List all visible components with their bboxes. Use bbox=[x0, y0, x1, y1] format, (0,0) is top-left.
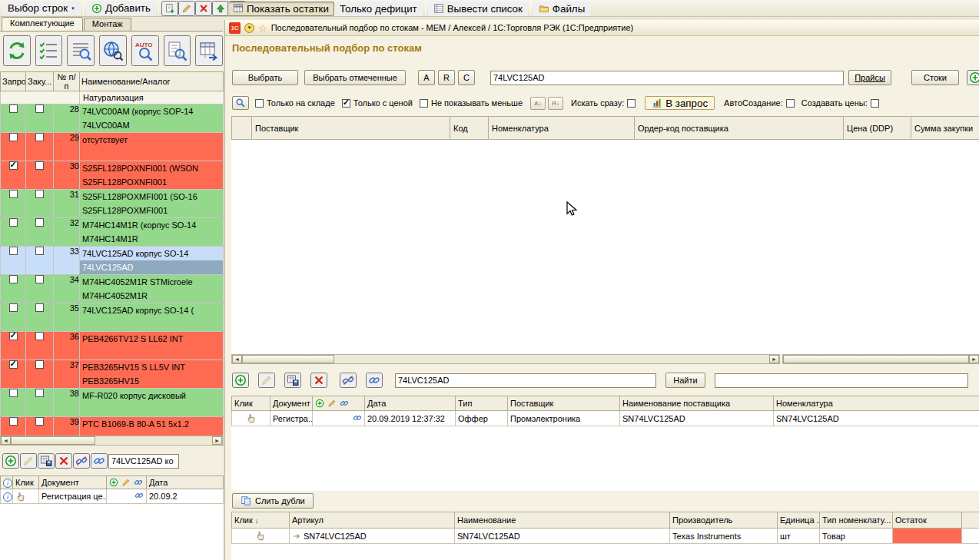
unit-cell[interactable]: шт bbox=[778, 529, 820, 544]
purchase-checkbox[interactable] bbox=[35, 161, 44, 170]
left-docs-grid-area[interactable]: i Клик Документ Дата i Регистрация це...… bbox=[0, 476, 223, 560]
scroll-right-icon[interactable]: ► bbox=[969, 355, 979, 363]
stock-cell[interactable] bbox=[893, 529, 962, 544]
only-deficit-button[interactable]: Только дефицит bbox=[334, 2, 423, 16]
col-type[interactable]: Тип bbox=[456, 396, 508, 411]
click-hand-icon[interactable] bbox=[246, 413, 257, 423]
doc-cell[interactable]: Регистра... bbox=[270, 411, 313, 426]
auto-search-button[interactable] bbox=[131, 35, 159, 66]
request-checkbox[interactable] bbox=[9, 247, 18, 255]
link-button[interactable] bbox=[91, 453, 108, 469]
table-row[interactable]: 31 S25FL128POXMFI001 (SO-16S25FL128POXMF… bbox=[1, 190, 224, 218]
scrollbar-right-pane[interactable]: ► bbox=[782, 354, 979, 364]
chain-icon[interactable] bbox=[353, 413, 362, 422]
nomenclature-grid[interactable]: Клик↓ Артикул Наименование Производитель… bbox=[231, 512, 979, 544]
only-with-price-checkbox[interactable] bbox=[342, 99, 350, 108]
table-row[interactable]: Регистра... 20.09.2019 12:37:32 Оффер Пр… bbox=[232, 411, 979, 426]
name-cell[interactable]: 74LVC125AD корпус SO-1474LVC125AD bbox=[80, 247, 224, 275]
table-row[interactable]: 34 M74HC4052M1R STMicroeleM74HC4052M1R bbox=[1, 275, 224, 303]
delete-doc-button[interactable] bbox=[310, 373, 327, 388]
docs-grid-area[interactable]: Клик Документ Дата Тип Поставщик Наимено… bbox=[231, 396, 979, 491]
col-price-ddp[interactable]: Цена (DDP) bbox=[844, 117, 911, 140]
prices-button[interactable]: Прайсы bbox=[848, 70, 891, 85]
scrollbar-left-pane[interactable]: ◄ ► bbox=[231, 354, 780, 364]
plus-icon[interactable] bbox=[109, 478, 118, 487]
purchase-checkbox[interactable] bbox=[35, 190, 44, 198]
doc-cell[interactable]: Регистрация це... bbox=[39, 489, 107, 504]
filter-a-button[interactable]: A bbox=[418, 70, 435, 85]
table-row[interactable]: SN74LVC125AD SN74LVC125AD Texas Instrume… bbox=[232, 529, 979, 544]
pencil-icon[interactable] bbox=[327, 399, 337, 408]
save-table-button[interactable] bbox=[38, 453, 55, 469]
date-cell[interactable]: 20.09.2 bbox=[147, 489, 224, 504]
tab-montage[interactable]: Монтаж bbox=[84, 18, 131, 31]
purchase-checkbox[interactable] bbox=[35, 104, 44, 113]
filter-c-button[interactable]: C bbox=[458, 70, 475, 85]
col-type[interactable]: Тип номенклату... bbox=[820, 512, 893, 529]
click-hand-icon[interactable] bbox=[255, 530, 266, 541]
col-name[interactable]: Наименование bbox=[455, 512, 670, 529]
delete-button[interactable] bbox=[195, 1, 212, 16]
docs-grid[interactable]: Клик Документ Дата Тип Поставщик Наимено… bbox=[231, 396, 979, 426]
create-prices-checkbox[interactable] bbox=[871, 99, 879, 108]
table-row[interactable]: 35 74LVC125AD корпус SO-14 ( bbox=[1, 303, 224, 332]
purchase-checkbox[interactable] bbox=[35, 133, 44, 141]
files-button[interactable]: Файлы bbox=[533, 2, 590, 16]
col-purchase-sum[interactable]: Сумма закупки bbox=[911, 117, 979, 140]
edit-doc-button[interactable] bbox=[258, 373, 275, 388]
table-row[interactable]: 38 MF-R020 корпус дисковый bbox=[1, 389, 224, 417]
sort-asc-button[interactable]: А↓ bbox=[530, 97, 546, 110]
table-row[interactable]: 29 отсутствует bbox=[1, 133, 224, 161]
name-cell[interactable]: S25FL128POXNFI001 (WSONS25FL128POXNFI001 bbox=[80, 161, 224, 190]
purchase-checkbox[interactable] bbox=[35, 218, 44, 227]
offers-grid-area[interactable]: Поставщик Код Номенклатура Ордер-код пос… bbox=[231, 116, 979, 354]
refresh-button[interactable] bbox=[3, 35, 31, 66]
purchase-checkbox[interactable] bbox=[35, 332, 44, 340]
request-checkbox[interactable] bbox=[9, 275, 18, 283]
add-price-button[interactable] bbox=[2, 453, 19, 469]
scroll-right-icon[interactable]: ► bbox=[212, 436, 222, 445]
plus-icon[interactable] bbox=[315, 399, 324, 408]
hide-less-checkbox[interactable] bbox=[420, 99, 428, 108]
new-row-button[interactable] bbox=[161, 1, 178, 16]
system-menu-button[interactable]: ▼ bbox=[244, 23, 254, 33]
col-code[interactable]: Код bbox=[450, 117, 489, 140]
autocreate-checkbox[interactable] bbox=[786, 99, 795, 108]
search-now-checkbox[interactable] bbox=[627, 99, 636, 108]
col-click[interactable]: Клик bbox=[13, 476, 39, 489]
purchase-checkbox[interactable] bbox=[35, 247, 44, 255]
pencil-icon[interactable] bbox=[121, 478, 131, 487]
select-marked-button[interactable]: Выбрать отмеченные bbox=[304, 70, 406, 85]
nomenclature-grid-area[interactable]: Клик↓ Артикул Наименование Производитель… bbox=[231, 512, 979, 560]
click-hand-icon[interactable] bbox=[15, 491, 26, 502]
name-cell[interactable]: 74LVC00AM (корпус SOP-1474LVC00AM bbox=[80, 104, 224, 133]
name-cell[interactable]: PEB3265HV15 S LL5V INTPEB3265HV15 bbox=[80, 360, 224, 389]
type-cell[interactable]: Оффер bbox=[456, 411, 508, 426]
merge-duplicates-button[interactable]: Слить дубли bbox=[232, 493, 314, 509]
request-checkbox[interactable] bbox=[9, 218, 18, 227]
search-doc-button[interactable] bbox=[164, 35, 191, 66]
select-button[interactable]: Выбрать bbox=[232, 70, 298, 85]
col-supplier[interactable]: Поставщик bbox=[508, 396, 620, 411]
docs-search-input[interactable] bbox=[395, 373, 656, 388]
col-manufacturer[interactable]: Производитель bbox=[670, 512, 778, 529]
tab-components[interactable]: Комплектующие bbox=[2, 17, 83, 31]
offers-grid[interactable]: Поставщик Код Номенклатура Ордер-код пос… bbox=[231, 116, 979, 140]
type-cell[interactable]: Товар bbox=[820, 529, 893, 544]
add-button[interactable]: Добавить bbox=[86, 1, 156, 15]
purchase-checkbox[interactable] bbox=[35, 417, 44, 426]
date-cell[interactable]: 20.09.2019 12:37:32 bbox=[365, 411, 456, 426]
chain-icon[interactable] bbox=[340, 399, 349, 408]
move-up-button[interactable] bbox=[212, 1, 229, 16]
col-supplier-name[interactable]: Наименование поставщика bbox=[620, 396, 774, 411]
col-nomenclature[interactable]: Номенклатура bbox=[489, 117, 635, 140]
col-request[interactable]: Запрос bbox=[1, 72, 26, 91]
group-row[interactable]: Натурализация bbox=[1, 91, 224, 104]
chain-icon[interactable] bbox=[134, 491, 144, 500]
request-checkbox[interactable] bbox=[9, 303, 18, 312]
check-all-button[interactable] bbox=[35, 35, 63, 66]
name-cell[interactable]: M74HC14M1R (корпус SO-14M74HC14M1R bbox=[80, 218, 224, 247]
edit-button[interactable] bbox=[178, 1, 195, 16]
info-icon[interactable]: i bbox=[3, 492, 12, 502]
table-row[interactable]: 28 74LVC00AM (корпус SOP-1474LVC00AM bbox=[1, 104, 224, 133]
